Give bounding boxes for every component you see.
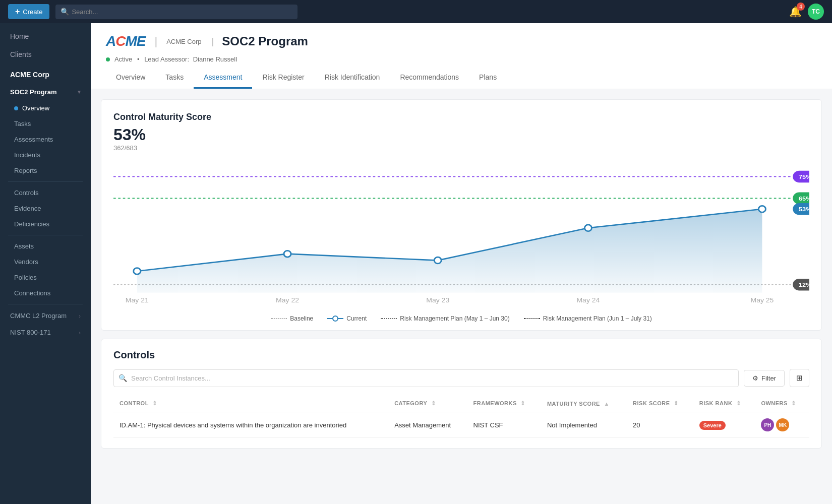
tab-plans[interactable]: Plans bbox=[469, 67, 507, 89]
svg-text:75%: 75% bbox=[799, 173, 809, 180]
tab-overview[interactable]: Overview bbox=[106, 67, 155, 89]
sidebar-item-nist[interactable]: NIST 800-171 › bbox=[0, 324, 91, 341]
filter-button[interactable]: ⚙ Filter bbox=[744, 370, 785, 387]
legend-baseline: Baseline bbox=[271, 315, 313, 322]
chevron-right-icon: › bbox=[79, 313, 81, 319]
page-header-top: ACME | ACME Corp | SOC2 Program bbox=[106, 33, 817, 49]
sep-icon: | bbox=[212, 36, 214, 47]
sidebar-sub-item-evidence[interactable]: Evidence bbox=[0, 201, 91, 216]
controls-title: Controls bbox=[113, 349, 809, 361]
search-icon: 🔍 bbox=[61, 8, 69, 16]
table-row[interactable]: ID.AM-1: Physical devices and systems wi… bbox=[113, 412, 809, 438]
main-layout: Home Clients ACME Corp SOC2 Program ▾ Ov… bbox=[0, 23, 832, 504]
acme-logo: ACME bbox=[106, 33, 145, 49]
tab-risk-identification[interactable]: Risk Identification bbox=[315, 67, 390, 89]
col-owners: OWNERS ⇕ bbox=[755, 395, 809, 412]
sidebar-item-clients[interactable]: Clients bbox=[0, 45, 91, 64]
chevron-right-icon-2: › bbox=[79, 330, 81, 336]
create-label: Create bbox=[23, 8, 42, 16]
sidebar: Home Clients ACME Corp SOC2 Program ▾ Ov… bbox=[0, 23, 91, 504]
tabs: Overview Tasks Assessment Risk Register … bbox=[106, 67, 817, 89]
svg-point-7 bbox=[584, 225, 591, 231]
sidebar-sub-item-connections[interactable]: Connections bbox=[0, 285, 91, 301]
nav-right: 🔔 4 TC bbox=[789, 4, 824, 20]
sort-arrow-riskrank[interactable]: ⇕ bbox=[736, 400, 741, 406]
svg-text:May 23: May 23 bbox=[426, 297, 449, 304]
sort-arrow-maturity[interactable]: ▲ bbox=[604, 401, 610, 407]
columns-icon: ⊞ bbox=[796, 373, 803, 382]
legend-rmp2: Risk Management Plan (Jun 1 – July 31) bbox=[524, 315, 652, 322]
sidebar-sub-item-assets[interactable]: Assets bbox=[0, 238, 91, 254]
svg-marker-3 bbox=[137, 209, 762, 293]
risk-rank-badge: Severe bbox=[699, 421, 726, 430]
sidebar-client-header: ACME Corp bbox=[0, 66, 91, 84]
sort-arrow-frameworks[interactable]: ⇕ bbox=[520, 400, 525, 406]
svg-text:65%: 65% bbox=[799, 195, 809, 202]
col-risk-rank: RISK RANK ⇕ bbox=[693, 395, 755, 412]
controls-search-wrapper: 🔍 bbox=[113, 369, 739, 387]
col-category: CATEGORY ⇕ bbox=[388, 395, 467, 412]
cell-risk-rank: Severe bbox=[693, 412, 755, 438]
cell-control: ID.AM-1: Physical devices and systems wi… bbox=[113, 412, 388, 438]
controls-table: CONTROL ⇕ CATEGORY ⇕ FRAMEWORKS ⇕ MATU bbox=[113, 395, 809, 438]
svg-point-4 bbox=[134, 268, 141, 275]
svg-text:53%: 53% bbox=[799, 206, 809, 213]
sidebar-sub-item-deficiencies[interactable]: Deficiencies bbox=[0, 216, 91, 232]
owner-avatar-2: MK bbox=[776, 418, 789, 431]
sort-arrow-category[interactable]: ⇕ bbox=[431, 400, 436, 406]
controls-search-icon: 🔍 bbox=[118, 374, 127, 382]
svg-point-6 bbox=[434, 257, 441, 264]
acme-logo-text: ACME bbox=[106, 33, 145, 49]
sidebar-item-soc2[interactable]: SOC2 Program ▾ bbox=[0, 84, 91, 100]
page-subtitle: Active • Lead Assessor: Dianne Russell bbox=[106, 55, 817, 63]
sidebar-sub-item-assessments[interactable]: Assessments bbox=[0, 132, 91, 147]
global-search-input[interactable] bbox=[55, 5, 298, 19]
sort-arrow-owners[interactable]: ⇕ bbox=[791, 400, 796, 406]
avatar[interactable]: TC bbox=[808, 4, 824, 20]
owner-avatar-1: PH bbox=[761, 418, 774, 431]
col-control: CONTROL ⇕ bbox=[113, 395, 388, 412]
legend-rmp1: Risk Management Plan (May 1 – Jun 30) bbox=[381, 315, 509, 322]
cell-frameworks: NIST CSF bbox=[467, 412, 541, 438]
notifications-button[interactable]: 🔔 4 bbox=[789, 6, 802, 18]
sort-arrow-riskscore[interactable]: ⇕ bbox=[674, 400, 679, 406]
columns-button[interactable]: ⊞ bbox=[790, 369, 809, 387]
top-nav: + Create 🔍 🔔 4 TC bbox=[0, 0, 832, 23]
legend-current: Current bbox=[327, 315, 367, 322]
chart-title: Control Maturity Score bbox=[113, 112, 809, 122]
sidebar-sub-item-incidents[interactable]: Incidents bbox=[0, 147, 91, 163]
sidebar-sub-item-policies[interactable]: Policies bbox=[0, 270, 91, 285]
sidebar-sub-item-overview[interactable]: Overview bbox=[0, 100, 91, 116]
tab-tasks[interactable]: Tasks bbox=[155, 67, 194, 89]
program-title: SOC2 Program bbox=[222, 34, 308, 48]
controls-section: Controls 🔍 ⚙ Filter ⊞ CONT bbox=[101, 339, 822, 449]
cell-risk-score: 20 bbox=[627, 412, 693, 438]
sidebar-sub-item-vendors[interactable]: Vendors bbox=[0, 254, 91, 270]
tab-risk-register[interactable]: Risk Register bbox=[252, 67, 314, 89]
col-frameworks: FRAMEWORKS ⇕ bbox=[467, 395, 541, 412]
sidebar-sub-item-controls[interactable]: Controls bbox=[0, 185, 91, 201]
active-indicator bbox=[14, 106, 18, 110]
svg-point-5 bbox=[284, 250, 291, 257]
svg-text:May 25: May 25 bbox=[750, 297, 774, 304]
tab-recommendations[interactable]: Recommendations bbox=[390, 67, 469, 89]
search-wrapper: 🔍 bbox=[55, 5, 298, 19]
cell-category: Asset Management bbox=[388, 412, 467, 438]
notifications-badge: 4 bbox=[797, 3, 805, 11]
sidebar-sub-item-tasks[interactable]: Tasks bbox=[0, 116, 91, 132]
tab-assessment[interactable]: Assessment bbox=[194, 67, 252, 89]
owner-avatars: PH MK bbox=[761, 418, 803, 431]
controls-table-header: CONTROL ⇕ CATEGORY ⇕ FRAMEWORKS ⇕ MATU bbox=[113, 395, 809, 412]
sort-arrow-control[interactable]: ⇕ bbox=[152, 400, 157, 406]
sidebar-item-cmmc[interactable]: CMMC L2 Program › bbox=[0, 307, 91, 324]
controls-search-input[interactable] bbox=[113, 369, 739, 387]
chart-legend: Baseline Current Risk Management Plan (M… bbox=[113, 315, 809, 322]
current-line-icon bbox=[327, 318, 343, 319]
main-content: ACME | ACME Corp | SOC2 Program Active •… bbox=[91, 23, 832, 504]
create-button[interactable]: + Create bbox=[8, 4, 49, 19]
col-risk-score: RISK SCORE ⇕ bbox=[627, 395, 693, 412]
sidebar-sub-item-reports[interactable]: Reports bbox=[0, 163, 91, 178]
chart-section: Control Maturity Score 53% 362/683 bbox=[101, 99, 822, 331]
sidebar-item-home[interactable]: Home bbox=[0, 27, 91, 45]
rmp1-line-icon bbox=[381, 318, 397, 319]
